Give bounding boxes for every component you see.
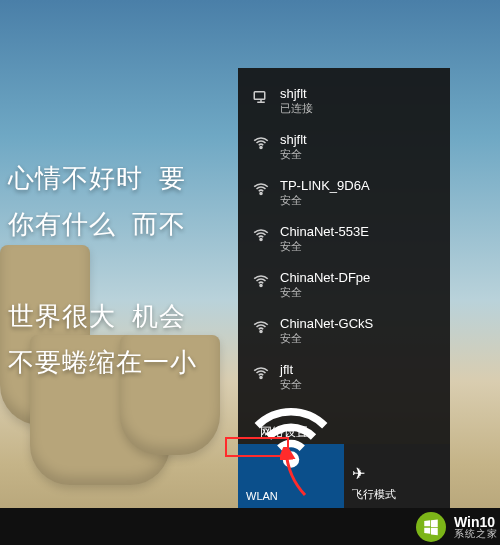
network-item[interactable]: TP-LINK_9D6A安全	[238, 170, 450, 216]
network-item-name: TP-LINK_9D6A	[280, 178, 370, 194]
airplane-icon: ✈	[352, 464, 442, 483]
network-item-status: 安全	[280, 194, 370, 208]
network-item-name: ChinaNet-553E	[280, 224, 369, 240]
network-item-status: 安全	[280, 286, 370, 300]
wallpaper-decor	[120, 335, 220, 455]
network-item-status: 安全	[280, 378, 302, 392]
network-item[interactable]: shjflt安全	[238, 124, 450, 170]
ethernet-icon	[252, 88, 270, 106]
windows-logo-icon	[416, 512, 446, 542]
watermark-line2: 系统之家	[454, 529, 498, 539]
network-item-name: ChinaNet-GCkS	[280, 316, 373, 332]
wifi-icon	[252, 180, 270, 198]
network-item-name: ChinaNet-DFpe	[280, 270, 370, 286]
svg-point-5	[260, 330, 262, 332]
watermark: Win10 系统之家	[410, 508, 500, 545]
svg-point-4	[260, 284, 262, 286]
svg-rect-0	[254, 92, 265, 100]
network-item-name: jflt	[280, 362, 302, 378]
screen: 心情不好时 要 你有什么 而不 世界很大 机会 不要蜷缩在一小 shjflt已连…	[0, 0, 500, 545]
network-item-name: shjflt	[280, 86, 313, 102]
airplane-tile[interactable]: ✈ 飞行模式	[344, 444, 450, 508]
network-list: shjflt已连接shjflt安全TP-LINK_9D6A安全ChinaNet-…	[238, 68, 450, 416]
airplane-tile-label: 飞行模式	[352, 487, 442, 502]
wifi-icon	[252, 272, 270, 290]
svg-point-1	[260, 146, 262, 148]
wlan-tile-label: WLAN	[246, 490, 336, 502]
svg-point-2	[260, 192, 262, 194]
network-item[interactable]: shjflt已连接	[238, 78, 450, 124]
network-item-status: 已连接	[280, 102, 313, 116]
network-item-name: shjflt	[280, 132, 307, 148]
wifi-icon	[252, 318, 270, 336]
network-item[interactable]: ChinaNet-GCkS安全	[238, 308, 450, 354]
network-item-status: 安全	[280, 148, 307, 162]
svg-point-6	[260, 376, 262, 378]
annotation-box-settings	[225, 437, 289, 457]
wifi-icon	[252, 364, 270, 382]
network-item[interactable]: ChinaNet-553E安全	[238, 216, 450, 262]
network-item-status: 安全	[280, 240, 369, 254]
network-item[interactable]: ChinaNet-DFpe安全	[238, 262, 450, 308]
watermark-line1: Win10	[454, 515, 498, 529]
svg-point-3	[260, 238, 262, 240]
wifi-icon	[252, 226, 270, 244]
network-item-status: 安全	[280, 332, 373, 346]
wifi-icon	[252, 134, 270, 152]
